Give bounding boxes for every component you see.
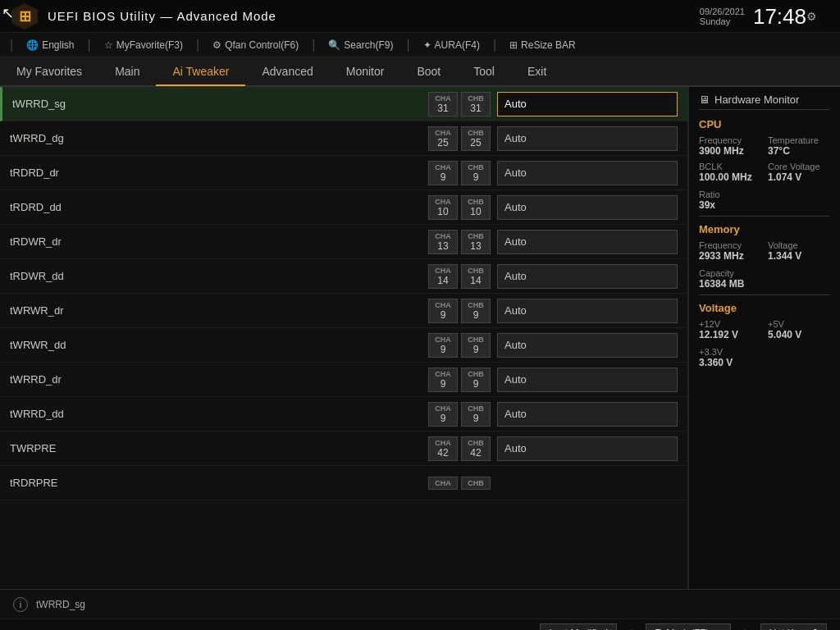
mem-voltage-label: Voltage [768,240,830,250]
hot-keys-button[interactable]: Hot Keys ? [760,623,827,631]
channel-badges: CHA 13 CHB 13 [428,230,491,254]
table-row[interactable]: tRDRD_dd CHA 10 CHB 10 Auto [0,190,687,225]
table-row[interactable]: tWRRD_dg CHA 25 CHB 25 Auto [0,121,687,156]
mem-voltage-block: Voltage 1.344 V [768,240,830,262]
cha-label: CHA [435,94,451,103]
value-dropdown[interactable]: Auto [497,436,678,461]
mem-capacity-block: Capacity 16384 MB [699,268,830,290]
cpu-bclk-label: BCLK [699,162,761,171]
language-label: English [42,39,74,51]
channel-badges: CHA 9 CHB 9 [428,161,491,185]
table-row[interactable]: tWRWR_dr CHA 9 CHB 9 Auto [0,294,687,328]
footer-sep2: | [744,627,746,630]
toolbar-sep5: | [406,38,409,52]
cha-badge: CHA 9 [428,368,458,392]
mem-freq-value: 2933 MHz [699,250,761,262]
table-row[interactable]: tRDWR_dr CHA 13 CHB 13 Auto [0,225,687,259]
setting-label: tRDRD_dr [10,167,428,179]
cha-badge: CHA 25 [428,126,458,151]
value-dropdown[interactable]: Auto [497,161,678,185]
tab-ai-tweaker[interactable]: Ai Tweaker [156,58,245,86]
footer: Last Modified | EzMode(F7) → | Hot Keys … [0,619,840,630]
favorite-label: MyFavorite(F3) [116,39,183,51]
chb-badge: CHB 13 [461,230,491,254]
value-dropdown[interactable]: Auto [497,368,678,392]
cha-badge: CHA 9 [428,402,458,427]
favorite-icon: ☆ [104,39,113,51]
qfan-button[interactable]: ⚙ Qfan Control(F6) [212,39,299,51]
channel-badges: CHA 9 CHB 9 [428,299,491,323]
tab-my-favorites[interactable]: My Favorites [0,58,98,86]
mem-freq-block: Frequency 2933 MHz [699,240,761,262]
v12-value: 12.192 V [699,329,761,340]
chb-badge: CHB [461,477,491,490]
settings-table: tWRRD_sg CHA 31 CHB 31 Auto tWRR [0,87,687,500]
tab-monitor[interactable]: Monitor [330,58,401,86]
table-row[interactable]: tWRRD_dr CHA 9 CHB 9 Auto [0,363,687,397]
datetime: 09/26/2021 Sunday [700,7,745,26]
cpu-freq-value: 3900 MHz [699,145,761,157]
value-dropdown[interactable]: Auto [497,92,678,116]
v5-label: +5V [768,319,830,329]
last-modified-button[interactable]: Last Modified [540,623,616,631]
search-icon: 🔍 [328,39,340,51]
tab-advanced[interactable]: Advanced [245,58,329,86]
value-dropdown[interactable]: Auto [497,264,678,289]
toolbar-sep3: | [196,38,199,52]
v33-value: 3.360 V [699,357,830,368]
v5-value: 5.040 V [768,329,830,340]
table-row[interactable]: tRDWR_dd CHA 14 CHB 14 Auto [0,259,687,294]
tab-boot[interactable]: Boot [400,58,457,86]
table-row[interactable]: tWRRD_dd CHA 9 CHB 9 Auto [0,397,687,431]
table-row[interactable]: tRDRPRE CHA CHB Auto [0,466,687,500]
channel-badges: CHA CHB [428,477,491,490]
v12-label: +12V [699,319,761,329]
monitor-icon: 🖥 [699,94,710,106]
language-selector[interactable]: 🌐 English [26,39,74,51]
channel-badges: CHA 31 CHB 31 [428,92,491,116]
cha-badge: CHA 9 [428,333,458,358]
value-dropdown[interactable]: Auto [497,195,678,220]
channel-badges: CHA 9 CHB 9 [428,402,491,427]
toolbar-sep2: | [88,38,91,52]
value-dropdown[interactable]: Auto [497,333,678,358]
value-dropdown[interactable]: Auto [497,299,678,323]
my-favorite-button[interactable]: ☆ MyFavorite(F3) [104,39,183,51]
resize-bar-button[interactable]: ⊞ ReSize BAR [509,39,576,51]
svg-text:⊞: ⊞ [19,8,31,25]
channel-badges: CHA 14 CHB 14 [428,264,491,289]
table-row[interactable]: tWRRD_sg CHA 31 CHB 31 Auto [0,87,687,121]
settings-panel: tWRRD_sg CHA 31 CHB 31 Auto tWRR [0,87,688,589]
ez-mode-button[interactable]: EzMode(F7) → [646,623,731,631]
table-row[interactable]: TWRPRE CHA 42 CHB 42 Auto [0,431,687,466]
table-row[interactable]: tWRWR_dd CHA 9 CHB 9 Auto [0,328,687,363]
qfan-label: Qfan Control(F6) [225,39,299,51]
header: ⊞ UEFI BIOS Utility — Advanced Mode 09/2… [0,0,840,33]
memory-stats: Frequency 2933 MHz Voltage 1.344 V [699,240,830,263]
date: 09/26/2021 [700,7,745,16]
cpu-bclk-block: BCLK 100.00 MHz [699,162,761,183]
hot-keys-label: Hot Keys [769,628,810,631]
cha-badge: CHA 14 [428,264,458,289]
divider2 [699,294,830,295]
setting-label: tWRRD_dg [10,132,428,144]
value-dropdown[interactable]: Auto [497,402,678,427]
search-button[interactable]: 🔍 Search(F9) [328,39,393,51]
ratio-label: Ratio [699,189,830,199]
toolbar-sep6: | [493,38,496,52]
cha-value: 31 [437,103,448,114]
table-row[interactable]: tRDRD_dr CHA 9 CHB 9 Auto [0,156,687,190]
cpu-temp-value: 37°C [768,145,830,157]
settings-gear-icon[interactable]: ⚙ [806,10,817,23]
tab-tool[interactable]: Tool [457,58,511,86]
tab-main[interactable]: Main [98,58,156,86]
aura-button[interactable]: ✦ AURA(F4) [423,39,480,51]
channel-badges: CHA 9 CHB 9 [428,368,491,392]
tab-exit[interactable]: Exit [511,58,563,86]
chb-badge: CHB 42 [461,436,491,461]
cpu-freq-block: Frequency 3900 MHz [699,135,761,157]
ratio-value: 39x [699,199,830,211]
value-dropdown[interactable]: Auto [497,126,678,151]
info-bar: i tWRRD_sg [0,589,840,619]
value-dropdown[interactable]: Auto [497,230,678,254]
